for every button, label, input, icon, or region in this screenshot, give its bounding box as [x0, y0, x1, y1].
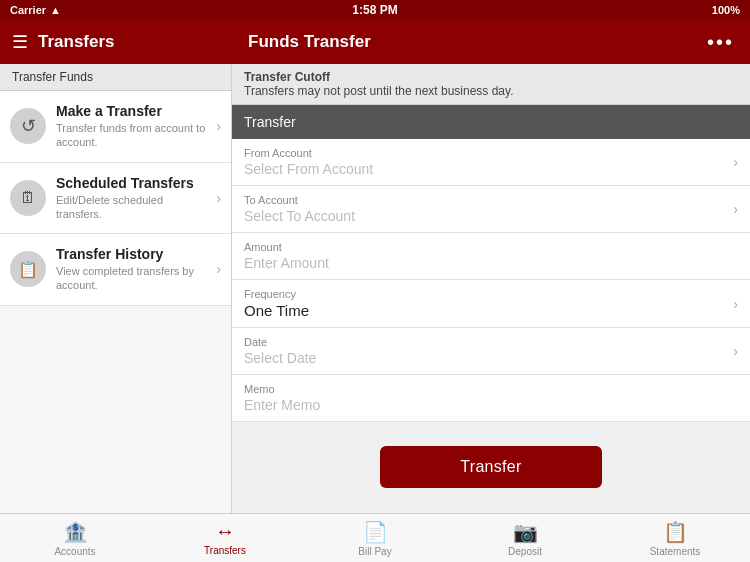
date-content: Date Select Date: [244, 336, 725, 366]
scheduled-transfers-icon: 🗓: [10, 180, 46, 216]
memo-value: Enter Memo: [244, 397, 738, 413]
transfer-history-desc: View completed transfers by account.: [56, 264, 206, 293]
scheduled-transfers-title: Scheduled Transfers: [56, 175, 206, 191]
deposit-tab-icon: 📷: [513, 520, 538, 544]
from-account-value: Select From Account: [244, 161, 725, 177]
frequency-row[interactable]: Frequency One Time ›: [232, 280, 750, 328]
scheduled-transfers-text: Scheduled Transfers Edit/Delete schedule…: [56, 175, 206, 222]
from-account-row[interactable]: From Account Select From Account ›: [232, 139, 750, 186]
tab-accounts[interactable]: 🏦 Accounts: [0, 514, 150, 562]
tab-statements[interactable]: 📋 Statements: [600, 514, 750, 562]
amount-value: Enter Amount: [244, 255, 738, 271]
transfer-history-chevron: ›: [216, 261, 221, 277]
scheduled-transfers-desc: Edit/Delete scheduled transfers.: [56, 193, 206, 222]
transfer-button[interactable]: Transfer: [380, 446, 601, 488]
status-time: 1:58 PM: [352, 3, 397, 17]
amount-row[interactable]: Amount Enter Amount: [232, 233, 750, 280]
from-account-content: From Account Select From Account: [244, 147, 725, 177]
make-transfer-chevron: ›: [216, 118, 221, 134]
header-title-left: Transfers: [38, 32, 115, 52]
scheduled-transfers-chevron: ›: [216, 190, 221, 206]
transfer-cutoff-bar: Transfer Cutoff Transfers may not post u…: [232, 64, 750, 105]
tab-transfers[interactable]: ↔ Transfers: [150, 514, 300, 562]
memo-row[interactable]: Memo Enter Memo: [232, 375, 750, 422]
date-row[interactable]: Date Select Date ›: [232, 328, 750, 375]
date-chevron: ›: [733, 343, 738, 359]
transfer-history-title: Transfer History: [56, 246, 206, 262]
statements-tab-label: Statements: [650, 546, 701, 557]
to-account-row[interactable]: To Account Select To Account ›: [232, 186, 750, 233]
left-panel-header: Transfer Funds: [0, 64, 231, 91]
menu-item-scheduled-transfers[interactable]: 🗓 Scheduled Transfers Edit/Delete schedu…: [0, 163, 231, 235]
transfer-cutoff-label: Transfer Cutoff: [244, 70, 330, 84]
transfers-tab-label: Transfers: [204, 545, 246, 556]
to-account-value: Select To Account: [244, 208, 725, 224]
accounts-tab-label: Accounts: [54, 546, 95, 557]
left-panel: Transfer Funds ↺ Make a Transfer Transfe…: [0, 64, 232, 513]
cutoff-message: Transfers may not post until the next bu…: [244, 84, 513, 98]
to-account-content: To Account Select To Account: [244, 194, 725, 224]
status-right: 100%: [712, 4, 740, 16]
left-panel-title: Transfer Funds: [12, 70, 93, 84]
transfer-history-text: Transfer History View completed transfer…: [56, 246, 206, 293]
date-value: Select Date: [244, 350, 725, 366]
from-account-label: From Account: [244, 147, 725, 159]
carrier-label: Carrier: [10, 4, 46, 16]
transfer-history-icon: 📋: [10, 251, 46, 287]
main-layout: Transfer Funds ↺ Make a Transfer Transfe…: [0, 64, 750, 513]
hamburger-icon[interactable]: ☰: [12, 31, 28, 53]
transfer-section-title: Transfer: [244, 114, 296, 130]
make-transfer-icon: ↺: [10, 108, 46, 144]
header: ☰ Transfers Funds Transfer •••: [0, 20, 750, 64]
billpay-tab-label: Bill Pay: [358, 546, 391, 557]
status-left: Carrier ▲: [10, 4, 61, 16]
to-account-label: To Account: [244, 194, 725, 206]
status-bar: Carrier ▲ 1:58 PM 100%: [0, 0, 750, 20]
menu-item-transfer-history[interactable]: 📋 Transfer History View completed transf…: [0, 234, 231, 306]
amount-label: Amount: [244, 241, 738, 253]
right-panel: Transfer Cutoff Transfers may not post u…: [232, 64, 750, 513]
make-transfer-text: Make a Transfer Transfer funds from acco…: [56, 103, 206, 150]
make-transfer-desc: Transfer funds from account to account.: [56, 121, 206, 150]
menu-item-make-transfer[interactable]: ↺ Make a Transfer Transfer funds from ac…: [0, 91, 231, 163]
transfer-button-wrapper: Transfer: [232, 422, 750, 512]
amount-content: Amount Enter Amount: [244, 241, 738, 271]
transfer-section-header: Transfer: [232, 105, 750, 139]
accounts-tab-icon: 🏦: [63, 520, 88, 544]
battery-label: 100%: [712, 4, 740, 16]
tab-deposit[interactable]: 📷 Deposit: [450, 514, 600, 562]
frequency-chevron: ›: [733, 296, 738, 312]
header-title-right: Funds Transfer: [248, 32, 371, 52]
tab-bar: 🏦 Accounts ↔ Transfers 📄 Bill Pay 📷 Depo…: [0, 513, 750, 562]
more-options-icon[interactable]: •••: [707, 31, 734, 54]
date-label: Date: [244, 336, 725, 348]
frequency-label: Frequency: [244, 288, 725, 300]
frequency-value: One Time: [244, 302, 725, 319]
statements-tab-icon: 📋: [663, 520, 688, 544]
deposit-tab-label: Deposit: [508, 546, 542, 557]
to-account-chevron: ›: [733, 201, 738, 217]
header-left: ☰ Transfers: [0, 31, 232, 53]
from-account-chevron: ›: [733, 154, 738, 170]
tab-bill-pay[interactable]: 📄 Bill Pay: [300, 514, 450, 562]
billpay-tab-icon: 📄: [363, 520, 388, 544]
header-right: Funds Transfer •••: [232, 31, 750, 54]
wifi-icon: ▲: [50, 4, 61, 16]
frequency-content: Frequency One Time: [244, 288, 725, 319]
make-transfer-title: Make a Transfer: [56, 103, 206, 119]
transfers-tab-icon: ↔: [215, 520, 235, 543]
memo-content: Memo Enter Memo: [244, 383, 738, 413]
memo-label: Memo: [244, 383, 738, 395]
